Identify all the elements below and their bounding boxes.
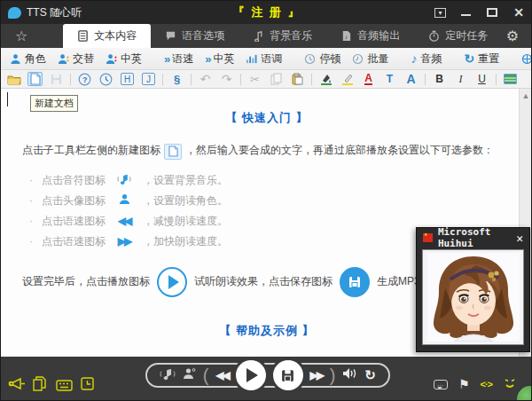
font-color-button[interactable]: A <box>361 72 376 86</box>
pages-icon <box>33 376 46 391</box>
settings-gear-icon[interactable]: ⚙ <box>506 28 519 44</box>
paste-button[interactable] <box>290 72 305 86</box>
button-label: 语调 <box>261 51 282 67</box>
paragraph-text: 点击子工具栏左侧的新建图标 <box>22 144 160 156</box>
paragraph-text: ，然后输入要合成的文字，再通过底部播放条设置以下可选参数： <box>185 144 494 156</box>
maximize-button[interactable] <box>485 6 499 19</box>
scissors-icon: ✂ <box>250 73 260 86</box>
title-bar: TTS 随心听 『 注 册 』 ▾ ✕ <box>1 1 532 24</box>
feedback-bubble-icon[interactable]: … <box>434 380 448 389</box>
voice-window-close-icon[interactable]: ✕ <box>516 232 523 245</box>
voice-preview-window[interactable]: Microsoft Huihui ✕ <box>416 227 530 352</box>
button-label: 交替 <box>73 51 94 67</box>
voice-avatar-frame <box>422 249 524 345</box>
tab-label: 音频输出 <box>357 28 400 43</box>
table-button[interactable] <box>503 72 518 86</box>
paragraph-button[interactable]: § <box>169 72 184 86</box>
save-mp3-icon <box>340 267 370 297</box>
tab-audio-output[interactable]: ♪ 音频输出 <box>326 24 414 48</box>
inline-new-document-icon <box>164 144 182 160</box>
flag-icon[interactable]: ⚑ <box>458 377 470 391</box>
tab-bar: ☆ 文本内容 语音选项 背景音乐 ♪ 音频输出 定时任务 ⚙ <box>1 24 532 48</box>
role-button[interactable]: 角色 <box>10 51 46 67</box>
background-music-button[interactable] <box>160 367 176 383</box>
save-button[interactable] <box>49 72 64 86</box>
font-size-button[interactable]: A <box>403 72 419 86</box>
svg-text:♪: ♪ <box>345 34 348 40</box>
favorite-star-icon[interactable]: ☆ <box>15 28 27 44</box>
underline-button[interactable]: U <box>474 72 489 86</box>
reset-icon: ↻ <box>464 51 474 66</box>
button-label: 语速 <box>172 51 193 67</box>
person-icon <box>10 53 21 65</box>
reset-button[interactable]: ↻ 重置 <box>464 51 499 67</box>
keyboard-button[interactable] <box>56 379 73 395</box>
copy-text-button[interactable] <box>33 376 46 395</box>
bullet-text: 点击音符图标 <box>42 173 106 188</box>
cut-button[interactable]: ✂ <box>247 72 262 86</box>
person-cn-en-icon <box>106 53 117 65</box>
alternate-button[interactable]: 交替 <box>58 51 94 67</box>
scroll-up-arrow[interactable]: ▲ <box>520 89 532 100</box>
code-tag-icon[interactable]: <·> <box>480 379 492 389</box>
open-button[interactable] <box>6 72 21 86</box>
tab-background-music[interactable]: 背景音乐 <box>239 24 326 48</box>
close-button[interactable]: ✕ <box>512 6 526 19</box>
tab-text-content[interactable]: 文本内容 <box>63 24 151 48</box>
volume-button[interactable] <box>342 367 357 383</box>
app-logo-icon <box>8 7 21 19</box>
pitch-button[interactable]: 语调 <box>246 51 282 67</box>
tray-button[interactable]: ▾ <box>434 8 446 18</box>
pause-clock-icon <box>304 53 316 65</box>
j-tag-button[interactable]: J <box>141 72 156 86</box>
help-button[interactable]: ? <box>77 72 92 86</box>
timer-task-button[interactable] <box>81 377 94 394</box>
j-tag-icon: J <box>142 73 155 85</box>
new-document-button[interactable] <box>27 72 43 86</box>
play-icon <box>246 368 258 382</box>
replace-icon <box>521 53 532 65</box>
faster-button[interactable]: ▶▶ <box>309 369 322 381</box>
tab-voice-options[interactable]: 语音选项 <box>151 24 239 48</box>
pill-divider-left: ( <box>203 366 209 386</box>
cn-en-speed-button[interactable]: » 中英 <box>205 51 234 67</box>
save-mp3-button[interactable] <box>273 360 303 390</box>
paragraph-text: 设置完毕后，点击播放图标 <box>22 274 150 289</box>
minimize-icon <box>461 10 471 16</box>
bullet-text: ，加快朗读速度。 <box>143 234 228 249</box>
italic-button[interactable]: I <box>453 72 468 86</box>
paragraph-new-doc: 点击子工具栏左侧的新建图标，然后输入要合成的文字，再通过底部播放条设置以下可选参… <box>1 141 532 160</box>
redo-button[interactable]: ↷ <box>219 72 234 86</box>
repeat-button[interactable]: ↻ <box>364 367 376 383</box>
voice-role-button[interactable] <box>183 367 196 383</box>
replace-button[interactable]: 替换 <box>521 51 532 67</box>
h-tag-button[interactable]: H <box>120 72 135 86</box>
font-name-button[interactable]: T <box>382 72 397 86</box>
announce-button[interactable] <box>8 377 26 394</box>
slower-button[interactable]: ◀◀ <box>215 369 228 381</box>
tab-label: 语音选项 <box>182 28 224 43</box>
clock-square-icon <box>81 377 94 390</box>
play-button[interactable] <box>236 360 266 390</box>
bold-button[interactable]: B <box>432 72 447 86</box>
assistant-ball-icon[interactable] <box>517 386 532 401</box>
fill-color-button[interactable] <box>318 72 333 86</box>
audio-button[interactable]: ♪ 音频 <box>411 51 442 67</box>
speed-button[interactable]: » 语速 <box>164 51 193 67</box>
minimize-button[interactable] <box>458 6 473 19</box>
music-note-icon <box>253 30 264 42</box>
bullet-dot: · <box>29 194 33 207</box>
cn-en-role-button[interactable]: 中英 <box>106 51 142 67</box>
bullet-text: 点击头像图标 <box>42 193 106 208</box>
undo-icon: ↶ <box>200 72 211 86</box>
batch-button[interactable]: 批量 <box>352 51 388 67</box>
undo-button[interactable]: ↶ <box>198 72 213 86</box>
tab-scheduled-tasks[interactable]: 定时任务 <box>414 24 502 48</box>
pause-button[interactable]: 停顿 <box>304 51 340 67</box>
document-icon <box>77 30 89 42</box>
save-icon <box>280 368 295 383</box>
copy-button[interactable] <box>269 72 284 86</box>
history-button[interactable] <box>98 72 113 86</box>
smiley-icon[interactable] <box>503 376 517 392</box>
highlight-button[interactable] <box>340 72 355 86</box>
